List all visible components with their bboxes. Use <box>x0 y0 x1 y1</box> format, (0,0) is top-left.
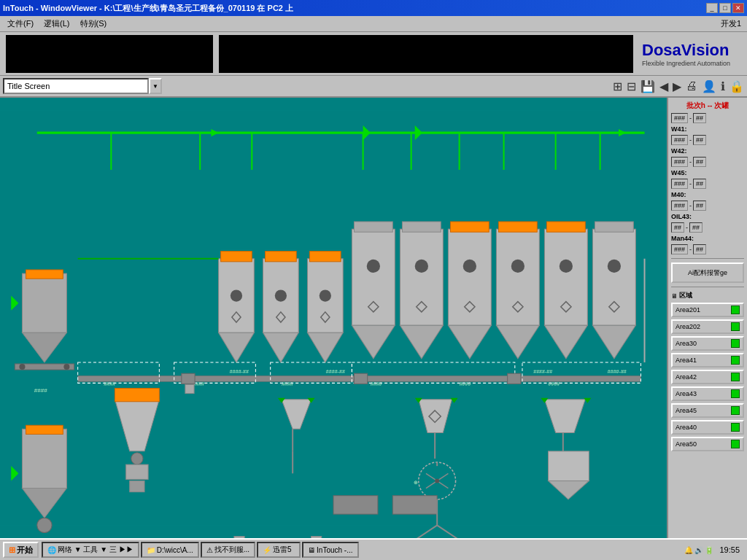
taskbar-item-folder[interactable]: 📁 D:\wicc\A... <box>141 542 199 558</box>
area-btn-41[interactable]: Area41 <box>671 353 744 368</box>
main-content: #### #### <box>0 98 747 538</box>
man44-v1: ### <box>671 244 688 254</box>
area-status-201 <box>731 306 740 314</box>
svg-point-70 <box>560 260 573 273</box>
area-status-30 <box>731 339 740 348</box>
area-btn-40[interactable]: Area40 <box>671 420 744 435</box>
svg-point-60 <box>463 260 476 273</box>
toolbar-icon-forward[interactable]: ▶ <box>673 79 681 93</box>
svg-point-25 <box>37 518 52 532</box>
svg-rect-49 <box>354 222 392 232</box>
taskbar-item-network[interactable]: 🌐 网络 ▼ 工具 ▼ 三 ▶▶ <box>42 542 139 558</box>
man44-values: ### - ## <box>671 244 744 254</box>
toolbar-icon-back[interactable]: ◀ <box>659 79 668 93</box>
svg-point-45 <box>320 289 331 301</box>
alarm-button[interactable]: Ai配料报警ge <box>671 262 744 283</box>
svg-line-122 <box>437 525 459 538</box>
oil43-v2: ## <box>689 222 703 233</box>
screen-select[interactable]: Title Screen <box>3 78 149 94</box>
svg-point-40 <box>275 289 287 301</box>
svg-text:####: #### <box>549 381 560 387</box>
svg-rect-47 <box>352 229 395 325</box>
menu-logic[interactable]: 逻辑(L) <box>39 17 74 31</box>
minimize-button[interactable]: _ <box>706 3 718 13</box>
svg-rect-90 <box>354 373 367 384</box>
dev-label: 开发1 <box>721 18 744 29</box>
toolbar-icon-info[interactable]: ℹ <box>721 79 725 93</box>
window-controls: _ □ ✕ <box>706 3 744 13</box>
area-btn-45[interactable]: Area45 <box>671 403 744 418</box>
start-button[interactable]: ⊞ 开始 <box>3 542 39 558</box>
svg-text:####: #### <box>282 381 293 387</box>
svg-rect-114 <box>549 451 589 481</box>
w41-v2: ## <box>693 135 706 145</box>
taskbar-items: 🌐 网络 ▼ 工具 ▼ 三 ▶▶ 📁 D:\wicc\A... ⚠ 找不到服..… <box>42 542 681 558</box>
area-status-40 <box>731 423 740 432</box>
zone-header: 🖥 区域 <box>671 291 744 300</box>
area-status-45 <box>731 406 740 415</box>
man44-v2: ## <box>693 244 706 254</box>
area-btn-42[interactable]: Area42 <box>671 370 744 384</box>
svg-rect-13 <box>22 273 66 332</box>
menu-special[interactable]: 特别(S) <box>76 17 112 31</box>
network-icon: 🌐 <box>47 546 56 554</box>
toolbar-icon-print[interactable]: 🖨 <box>686 79 697 93</box>
svg-rect-22 <box>22 429 66 488</box>
svg-point-50 <box>367 260 380 273</box>
tray-icon-2: 🔊 <box>694 546 703 554</box>
toolbar-icon-2[interactable]: ⊟ <box>627 79 636 93</box>
window-title: InTouch - WindowViewer - K:\工程\生产线\青岛圣元工… <box>3 3 293 14</box>
toolbar-icon-user[interactable]: 👤 <box>702 79 716 93</box>
svg-point-110 <box>435 478 439 483</box>
oil43-v1: ## <box>671 222 684 233</box>
area-status-42 <box>731 373 740 381</box>
area-btn-30[interactable]: Area30 <box>671 336 744 351</box>
w41-values: ### - ## <box>671 135 744 145</box>
w45-v1: ### <box>671 179 688 189</box>
svg-rect-54 <box>402 222 441 232</box>
svg-rect-74 <box>595 222 633 232</box>
svg-rect-59 <box>450 222 489 232</box>
m40-v1: ### <box>671 201 688 211</box>
close-button[interactable]: ✕ <box>732 3 744 13</box>
taskbar-item-intouch[interactable]: 🖥 InTouch -... <box>302 542 358 558</box>
svg-line-121 <box>415 525 437 538</box>
svg-rect-30 <box>126 464 148 479</box>
taskbar-item-error[interactable]: ⚠ 找不到服... <box>201 542 255 558</box>
area-btn-201[interactable]: Area201 <box>671 303 744 317</box>
svg-text:####-##: ####-## <box>326 369 345 375</box>
windows-icon: ⊞ <box>9 545 15 555</box>
svg-rect-52 <box>400 229 443 325</box>
oil43-values: ## - ## <box>671 222 744 233</box>
svg-rect-67 <box>544 229 587 325</box>
w45-values: ### - ## <box>671 179 744 189</box>
taskbar-item-thunder[interactable]: ⚡ 迅雷5 <box>257 542 301 558</box>
toolbar-icon-lock[interactable]: 🔒 <box>729 79 744 93</box>
svg-text:####: #### <box>460 381 471 387</box>
area-status-50 <box>731 440 740 448</box>
process-area: #### #### <box>0 98 667 538</box>
start-label: 开始 <box>17 545 33 556</box>
zone-label: 区域 <box>679 291 692 300</box>
header-area: DosaVision Flexible Ingredient Automatio… <box>0 32 747 76</box>
screen-dropdown-arrow[interactable]: ▼ <box>149 78 162 94</box>
area-btn-50[interactable]: Area50 <box>671 437 744 451</box>
w42-v2: ## <box>693 157 706 167</box>
toolbar-icon-1[interactable]: ⊞ <box>613 79 622 93</box>
menu-items: 文件(F) 逻辑(L) 特别(S) <box>3 17 111 31</box>
svg-rect-39 <box>266 252 297 262</box>
svg-point-18 <box>63 364 69 370</box>
screen-select-wrapper: Title Screen ▼ <box>3 78 162 94</box>
tray-icon-1: 🔔 <box>684 546 693 554</box>
m40-values: ### - ## <box>671 201 744 211</box>
w41-label: W41: <box>671 125 744 133</box>
area-btn-43[interactable]: Area43 <box>671 386 744 401</box>
tray-icon-3: 🔋 <box>705 546 713 554</box>
toolbar-icon-3[interactable]: 💾 <box>640 79 655 93</box>
menu-file[interactable]: 文件(F) <box>3 17 38 31</box>
folder-icon: 📁 <box>147 546 155 554</box>
w45-v2: ## <box>693 179 706 189</box>
maximize-button[interactable]: □ <box>719 3 731 13</box>
area-btn-202[interactable]: Area202 <box>671 319 744 334</box>
thunder-icon: ⚡ <box>263 546 271 554</box>
